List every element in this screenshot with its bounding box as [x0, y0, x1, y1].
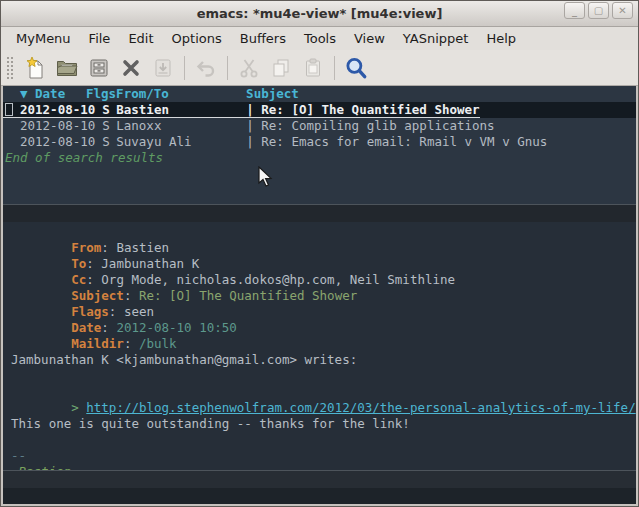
minimize-button[interactable]: _	[564, 2, 585, 19]
toolbar-grip	[6, 56, 13, 80]
open-file-button[interactable]	[53, 54, 81, 82]
row-from: Bastien	[116, 102, 246, 117]
row-subject: | Re: Emacs for email: Rmail v VM v Gnus	[246, 134, 547, 150]
row-from: Suvayu Ali	[116, 134, 246, 150]
save-button[interactable]	[85, 54, 113, 82]
menu-tools[interactable]: Tools	[295, 29, 345, 48]
save-all-button	[149, 54, 177, 82]
cut-button	[235, 54, 263, 82]
quote-prefix: >	[71, 400, 86, 415]
body-intro-line: Jambunathan K <kjambunathan@gmail.com> w…	[11, 352, 636, 368]
field-maildir-value: /bulk	[139, 336, 177, 351]
message-row[interactable]: 2012-08-10 S Suvayu Ali | Re: Emacs for …	[3, 134, 636, 150]
menu-mymenu[interactable]: MyMenu	[7, 29, 80, 48]
field-subject-value: Re: [O] The Quantified Shower	[139, 288, 357, 303]
undo-button	[192, 54, 220, 82]
row-date: 2012-08-10	[20, 118, 95, 134]
copy-button	[267, 54, 295, 82]
field-from: From: Bastien	[11, 224, 636, 240]
row-subject: | Re: [O] The Quantified Shower	[246, 102, 479, 117]
minibuffer	[3, 488, 636, 504]
emacs-window: emacs: *mu4e-view* [mu4e:view] _ ▢ ✕ MyM…	[0, 0, 639, 507]
row-flags: S	[95, 118, 116, 134]
menu-help[interactable]: Help	[477, 29, 525, 48]
paste-icon	[301, 56, 325, 80]
menu-edit[interactable]: Edit	[119, 29, 162, 48]
search-button[interactable]	[342, 54, 370, 82]
field-cc-value: Org Mode, nicholas.dokos@hp.com, Neil Sm…	[101, 272, 455, 287]
menubar: MyMenu File Edit Options Buffers Tools V…	[1, 27, 638, 50]
modeline-view[interactable]: *mu4e-view* ( 1, 0) [All/372] [mu4e:view…	[3, 470, 636, 488]
message-row[interactable]: 2012-08-10 S Lanoxx | Re: Compiling glib…	[3, 118, 636, 134]
window-controls: _ ▢ ✕	[564, 2, 633, 19]
row-flags: S	[95, 134, 116, 150]
field-from-value: Bastien	[116, 240, 169, 255]
body-quote-line: > http://blog.stephenwolfram.com/2012/03…	[11, 384, 636, 400]
menu-yasnippet[interactable]: YASnippet	[394, 29, 478, 48]
paste-button	[299, 54, 327, 82]
titlebar: emacs: *mu4e-view* [mu4e:view] _ ▢ ✕	[1, 1, 638, 27]
new-file-icon	[23, 56, 47, 80]
headers-column-row: ▼ Date Flgs From/To Subject	[3, 86, 636, 102]
body-comment-line: This one is quite outstanding -- thanks …	[11, 416, 636, 432]
save-icon	[87, 56, 111, 80]
copy-icon	[269, 56, 293, 80]
column-from[interactable]: From/To	[116, 86, 246, 102]
maximize-button[interactable]: ▢	[588, 2, 609, 19]
search-icon	[343, 55, 369, 81]
row-flags: S	[95, 102, 116, 117]
column-flags[interactable]: Flgs	[86, 86, 116, 102]
frame-content: ▼ Date Flgs From/To Subject 2012-08-10 S…	[3, 86, 636, 504]
column-subject[interactable]: Subject	[246, 86, 299, 102]
close-buffer-button[interactable]	[117, 54, 145, 82]
field-flags-value: seen	[124, 304, 154, 319]
toolbar-separator	[184, 56, 185, 80]
field-date-value: 2012-08-10 10:50	[116, 320, 236, 335]
field-to-value: Jambunathan K	[101, 256, 199, 271]
close-button[interactable]: ✕	[612, 2, 633, 19]
menu-file[interactable]: File	[80, 29, 120, 48]
row-subject: | Re: Compiling glib applications	[246, 118, 494, 134]
mu4e-headers-window: ▼ Date Flgs From/To Subject 2012-08-10 S…	[3, 86, 636, 204]
row-from: Lanoxx	[116, 118, 246, 134]
save-all-icon	[151, 56, 175, 80]
end-of-results-text: End of search results	[3, 150, 636, 166]
column-date[interactable]: ▼ Date	[20, 86, 86, 102]
message-row-selected[interactable]: 2012-08-10 S Bastien | Re: [O] The Quant…	[3, 102, 636, 118]
new-file-button[interactable]	[21, 54, 49, 82]
menu-buffers[interactable]: Buffers	[231, 29, 295, 48]
modeline-headers[interactable]: *mu4e-headers* ( 1, 0) [All/275] [mu4e-h…	[3, 204, 636, 222]
menu-view[interactable]: View	[345, 29, 394, 48]
row-date: 2012-08-10	[20, 134, 95, 150]
emacs-cursor	[5, 103, 13, 116]
cut-icon	[237, 56, 261, 80]
open-file-icon	[55, 56, 79, 80]
undo-icon	[194, 56, 218, 80]
menu-options[interactable]: Options	[163, 29, 231, 48]
window-title: emacs: *mu4e-view* [mu4e:view]	[1, 6, 638, 21]
mu4e-view-window: From: Bastien To: Jambunathan K Cc: Org …	[3, 222, 636, 470]
toolbar-separator	[334, 56, 335, 80]
close-buffer-icon	[119, 56, 143, 80]
signature-separator: --	[11, 448, 636, 464]
article-link[interactable]: http://blog.stephenwolfram.com/2012/03/t…	[86, 400, 635, 415]
toolbar	[1, 50, 638, 86]
row-date: 2012-08-10	[20, 102, 95, 117]
toolbar-separator	[227, 56, 228, 80]
